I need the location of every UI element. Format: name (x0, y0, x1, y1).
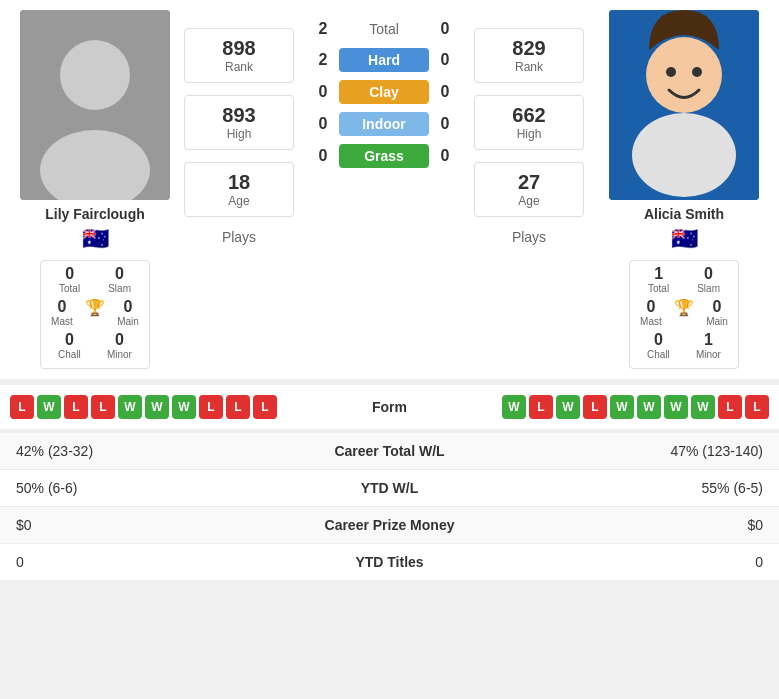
player2-flag: 🇦🇺 (671, 226, 698, 252)
stats-right-value: 55% (6-5) (490, 480, 764, 496)
player1-high-box: 893 High (184, 95, 294, 150)
player2-stats-box: 1 Total 0 Slam 0 Mast 🏆 (629, 260, 739, 369)
svg-point-8 (692, 67, 702, 77)
form-badge: W (664, 395, 688, 419)
player2-minor-stat: 1 Minor (696, 331, 721, 360)
grass-row: 0 Grass 0 (294, 144, 474, 168)
indoor-row: 0 Indoor 0 (294, 112, 474, 136)
svg-point-4 (646, 37, 722, 113)
form-badge: W (172, 395, 196, 419)
player1-photo (20, 10, 170, 200)
player1-total-stat: 0 Total (59, 265, 80, 294)
form-badge: L (226, 395, 250, 419)
stats-row: $0Career Prize Money$0 (0, 507, 779, 544)
comparison-section: Lily Fairclough 🇦🇺 0 Total 0 Slam 0 (0, 0, 779, 379)
player2-mast-stat: 0 Mast (640, 298, 662, 327)
stats-left-value: 0 (16, 554, 290, 570)
player2-section: Alicia Smith 🇦🇺 1 Total 0 Slam 0 (599, 10, 769, 369)
form-badge: W (637, 395, 661, 419)
form-badge: W (118, 395, 142, 419)
form-badge: L (91, 395, 115, 419)
player2-slam-stat: 0 Slam (697, 265, 720, 294)
stats-table: 42% (23-32)Career Total W/L47% (123-140)… (0, 433, 779, 581)
form-badge: W (610, 395, 634, 419)
player2-high-box: 662 High (474, 95, 584, 150)
player2-name: Alicia Smith (644, 206, 724, 222)
player2-rank-box: 829 Rank (474, 28, 584, 83)
svg-point-1 (60, 40, 130, 110)
player2-rank-col: 829 Rank 662 High 27 Age Plays (474, 10, 584, 369)
stats-center-label: Career Prize Money (290, 517, 490, 533)
player1-minor-stat: 0 Minor (107, 331, 132, 360)
middle-wrapper: 898 Rank 893 High 18 Age Plays 2 Tota (184, 10, 595, 369)
center-scores: 2 Total 0 2 Hard 0 0 Clay 0 0 (294, 10, 474, 369)
player1-rank-col: 898 Rank 893 High 18 Age Plays (184, 10, 294, 369)
main-container: Lily Fairclough 🇦🇺 0 Total 0 Slam 0 (0, 0, 779, 581)
player1-flag: 🇦🇺 (82, 226, 109, 252)
player1-form-badges: LWLLWWWLLL (10, 395, 277, 419)
form-badge: L (529, 395, 553, 419)
player1-chall-stat: 0 Chall (58, 331, 81, 360)
form-badge: W (691, 395, 715, 419)
player2-total-stat: 1 Total (648, 265, 669, 294)
form-badge: L (199, 395, 223, 419)
form-badge: L (745, 395, 769, 419)
form-badge: W (556, 395, 580, 419)
stats-row: 50% (6-6)YTD W/L55% (6-5) (0, 470, 779, 507)
player2-main-stat: 0 Main (706, 298, 728, 327)
player1-mast-stat: 0 Mast (51, 298, 73, 327)
form-badge: L (10, 395, 34, 419)
player2-photo (609, 10, 759, 200)
form-badge: W (502, 395, 526, 419)
form-badge: L (718, 395, 742, 419)
player1-trophy: 🏆 (85, 298, 105, 327)
player1-rank-box: 898 Rank (184, 28, 294, 83)
player2-trophy: 🏆 (674, 298, 694, 327)
form-badge: L (583, 395, 607, 419)
stats-left-value: 42% (23-32) (16, 443, 290, 459)
stats-center-label: YTD Titles (290, 554, 490, 570)
form-label: Form (330, 399, 450, 415)
total-row: 2 Total 0 (313, 20, 455, 38)
stats-left-value: $0 (16, 517, 290, 533)
form-badge: L (64, 395, 88, 419)
player1-age-box: 18 Age (184, 162, 294, 217)
player1-main-stat: 0 Main (117, 298, 139, 327)
player1-slam-stat: 0 Slam (108, 265, 131, 294)
clay-row: 0 Clay 0 (294, 80, 474, 104)
hard-row: 2 Hard 0 (294, 48, 474, 72)
player2-chall-stat: 0 Chall (647, 331, 670, 360)
stats-left-value: 50% (6-6) (16, 480, 290, 496)
form-badge: W (37, 395, 61, 419)
form-badge: W (145, 395, 169, 419)
svg-point-6 (632, 113, 736, 197)
player2-age-box: 27 Age (474, 162, 584, 217)
svg-point-7 (666, 67, 676, 77)
player1-section: Lily Fairclough 🇦🇺 0 Total 0 Slam 0 (10, 10, 180, 369)
player1-stats-box: 0 Total 0 Slam 0 Mast 🏆 (40, 260, 150, 369)
form-badge: L (253, 395, 277, 419)
player2-form-badges: WLWLWWWWLL (502, 395, 769, 419)
stats-right-value: $0 (490, 517, 764, 533)
stats-row: 42% (23-32)Career Total W/L47% (123-140) (0, 433, 779, 470)
stats-right-value: 47% (123-140) (490, 443, 764, 459)
stats-center-label: YTD W/L (290, 480, 490, 496)
stats-right-value: 0 (490, 554, 764, 570)
stats-row: 0YTD Titles0 (0, 544, 779, 581)
stats-center-label: Career Total W/L (290, 443, 490, 459)
player1-name: Lily Fairclough (45, 206, 145, 222)
form-section: LWLLWWWLLL Form WLWLWWWWLL (0, 385, 779, 429)
